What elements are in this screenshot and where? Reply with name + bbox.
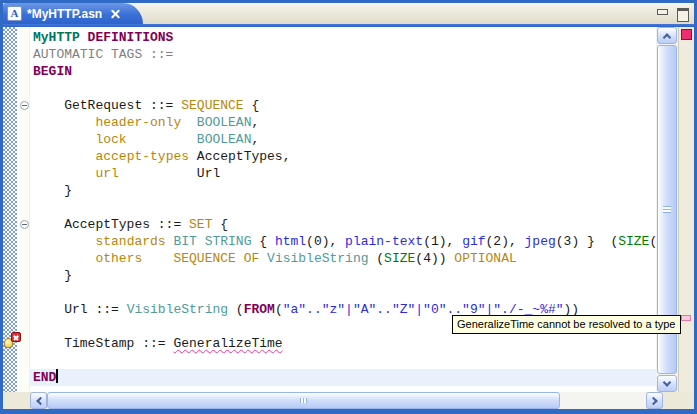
chevron-up-icon — [663, 33, 671, 41]
editor-body: MyHTTP DEFINITIONSAUTOMATIC TAGS ::=BEGI… — [3, 27, 694, 392]
code-line[interactable]: END — [30, 369, 656, 386]
bottom-right-corner — [663, 392, 694, 409]
maximize-icon[interactable] — [675, 7, 689, 19]
code-line[interactable] — [30, 80, 656, 97]
overview-error-header-marker[interactable] — [681, 29, 692, 40]
close-icon[interactable] — [111, 9, 121, 19]
scroll-left-button[interactable] — [30, 392, 47, 409]
horizontal-scrollbar — [3, 392, 694, 409]
bottom-left-corner — [3, 392, 30, 409]
horizontal-scroll-track[interactable] — [47, 392, 646, 409]
code-line[interactable]: others SEQUENCE OF VisibleString (SIZE(4… — [30, 250, 656, 267]
scroll-up-button[interactable] — [657, 27, 677, 44]
code-line[interactable]: MyHTTP DEFINITIONS — [30, 29, 656, 46]
tab-title: *MyHTTP.asn — [27, 7, 102, 21]
code-area[interactable]: MyHTTP DEFINITIONSAUTOMATIC TAGS ::=BEGI… — [30, 27, 656, 392]
code-line[interactable]: standards BIT STRING { html(0), plain-te… — [30, 233, 656, 250]
scroll-right-button[interactable] — [646, 392, 663, 409]
tab-myhttp-asn[interactable]: A *MyHTTP.asn — [3, 3, 143, 24]
scroll-down-button[interactable] — [657, 375, 677, 392]
chevron-right-icon — [649, 396, 657, 404]
code-line[interactable] — [30, 352, 656, 369]
code-line[interactable]: } — [30, 267, 656, 284]
vertical-scrollbar[interactable] — [656, 27, 678, 392]
error-quickfix-icon[interactable] — [4, 332, 21, 348]
code-line[interactable]: header-only BOOLEAN, — [30, 114, 656, 131]
code-line[interactable] — [30, 284, 656, 301]
code-line[interactable]: GetRequest ::= SEQUENCE { — [30, 97, 656, 114]
text-cursor — [56, 369, 58, 383]
code-line[interactable] — [30, 199, 656, 216]
overview-ruler[interactable] — [678, 27, 694, 392]
code-line[interactable]: url Url — [30, 165, 656, 182]
collapse-icon-accepttypes[interactable] — [20, 220, 29, 229]
error-x-icon — [11, 332, 21, 342]
minimize-icon[interactable] — [655, 7, 669, 19]
code-line[interactable]: accept-types AcceptTypes, — [30, 148, 656, 165]
editor-window: A *MyHTTP.asn MyHTTP DEFINITIONSAUTOMATI… — [0, 0, 697, 414]
view-controls — [655, 7, 689, 19]
code-line[interactable]: AUTOMATIC TAGS ::= — [30, 46, 656, 63]
overview-error-line-marker[interactable] — [681, 315, 691, 321]
code-line[interactable]: BEGIN — [30, 63, 656, 80]
chevron-left-icon — [36, 396, 44, 404]
code-line[interactable]: } — [30, 182, 656, 199]
code-line[interactable]: lock BOOLEAN, — [30, 131, 656, 148]
asn-file-icon: A — [7, 6, 22, 21]
horizontal-scroll-thumb[interactable] — [47, 392, 560, 409]
code-line[interactable]: AcceptTypes ::= SET { — [30, 216, 656, 233]
chevron-down-icon — [663, 378, 671, 386]
code-line[interactable]: TimeStamp ::= GeneralizeTime — [30, 335, 656, 352]
tab-bar: A *MyHTTP.asn — [3, 3, 694, 24]
error-tooltip: GeneralizeTime cannot be resolved to a t… — [452, 315, 681, 334]
collapse-icon-getrequest[interactable] — [20, 101, 29, 110]
